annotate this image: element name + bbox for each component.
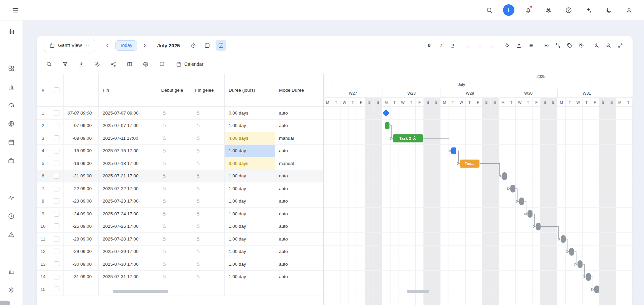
task-bar[interactable]: Task 2: [393, 134, 423, 142]
sidebar-item-logo[interactable]: [5, 26, 18, 37]
cell-fin_gelee[interactable]: [191, 182, 225, 195]
cell-debut_gele[interactable]: [157, 195, 191, 208]
zoom-out-button[interactable]: [604, 41, 613, 50]
cell-debut_gele[interactable]: [157, 208, 191, 220]
cell-duration[interactable]: 1.00 day: [225, 258, 275, 270]
table-hscrollbar-thumb[interactable]: [113, 290, 168, 293]
cell-duration[interactable]: 1.00 day: [225, 182, 275, 195]
cell-duration[interactable]: 1.00 day: [225, 220, 275, 233]
create-button[interactable]: [503, 4, 514, 16]
cell-duration-mode[interactable]: auto: [275, 170, 323, 182]
column-header-debut_gele[interactable]: Début gelé: [157, 74, 191, 106]
column-header-duree[interactable]: Durée (jours): [225, 74, 275, 106]
next-period-button[interactable]: [140, 41, 149, 50]
share-button[interactable]: [109, 59, 118, 69]
today-button[interactable]: Today: [115, 40, 137, 51]
search-button[interactable]: [483, 4, 496, 16]
cell-duration[interactable]: 1.00 day: [225, 195, 275, 208]
export-button[interactable]: [77, 59, 86, 69]
cell-end-date[interactable]: 2025-07-15 17:00: [99, 145, 157, 157]
dark-mode-button[interactable]: [602, 4, 615, 16]
task-bar[interactable]: [519, 198, 524, 205]
cell-debut_gele[interactable]: [157, 182, 191, 195]
timer-view-button[interactable]: [188, 40, 199, 51]
task-bar[interactable]: [594, 286, 599, 293]
align-center-button[interactable]: [475, 41, 485, 50]
menu-button[interactable]: [9, 4, 21, 16]
cell-debut_gele[interactable]: [157, 246, 191, 258]
italic-button[interactable]: I: [436, 41, 446, 50]
cell-start-date[interactable]: -16 09:00: [64, 157, 99, 170]
cell-duration-mode[interactable]: auto: [275, 271, 323, 283]
expand-button[interactable]: [615, 41, 625, 50]
help-button[interactable]: [562, 4, 575, 16]
column-header-start[interactable]: [64, 74, 99, 106]
cell-start-date[interactable]: 07-07 09:00: [64, 107, 99, 119]
cell-fin_gelee[interactable]: [191, 132, 225, 144]
filter-button[interactable]: [60, 59, 70, 69]
cell-debut_gele[interactable]: [157, 271, 191, 283]
cell-start-date[interactable]: -07 09:00: [64, 120, 99, 132]
cell-fin_gelee[interactable]: [191, 208, 225, 220]
task-bar[interactable]: [451, 147, 456, 154]
calendar-view-button[interactable]: [216, 40, 226, 51]
sidebar-item-projects[interactable]: [5, 155, 18, 166]
prev-period-button[interactable]: [103, 41, 112, 50]
sidebar-item-dashboard[interactable]: [5, 62, 18, 74]
cell-fin_gelee[interactable]: [191, 107, 225, 119]
view-selector-button[interactable]: Gantt View: [44, 39, 95, 52]
task-bar[interactable]: [586, 273, 591, 281]
task-bar[interactable]: Tas...: [460, 160, 479, 168]
sidebar-item-alerts[interactable]: [5, 229, 18, 240]
ai-assistant-button[interactable]: [582, 4, 595, 16]
row-checkbox[interactable]: [54, 123, 59, 128]
cell-end-date[interactable]: 2025-07-11 17:00: [99, 132, 157, 144]
cell-duration[interactable]: 1.00 day: [225, 208, 275, 220]
cell-duration[interactable]: 3.00 days: [225, 157, 275, 170]
row-checkbox[interactable]: [54, 249, 59, 254]
cell-duration[interactable]: 4.00 days: [225, 132, 275, 144]
row-checkbox[interactable]: [54, 186, 59, 191]
cell-fin_gelee[interactable]: [191, 145, 225, 157]
sidebar-item-settings[interactable]: [5, 284, 18, 296]
cell-end-date[interactable]: 2025-07-22 17:00: [99, 182, 157, 195]
cell-start-date[interactable]: -15 09:00: [64, 145, 99, 157]
account-button[interactable]: [623, 4, 635, 16]
cell-duration-mode[interactable]: auto: [275, 233, 323, 245]
fill-color-button[interactable]: [502, 41, 512, 50]
align-left-button[interactable]: [463, 41, 473, 50]
cell-duration[interactable]: 1.00 day: [225, 246, 275, 258]
cell-debut_gele[interactable]: [157, 157, 191, 170]
cell-debut_gele[interactable]: [157, 283, 191, 296]
column-header-mode[interactable]: Mode Durée: [275, 74, 323, 106]
cell-end-date[interactable]: 2025-07-07 09:00: [99, 107, 157, 119]
cell-duration-mode[interactable]: auto: [275, 145, 323, 157]
column-header-fin[interactable]: Fin: [99, 74, 157, 106]
cell-debut_gele[interactable]: [157, 170, 191, 182]
sidebar-item-global[interactable]: [5, 118, 18, 129]
cell-duration-mode[interactable]: [275, 283, 323, 296]
cell-start-date[interactable]: -30 09:00: [64, 258, 99, 270]
cell-end-date[interactable]: 2025-07-18 17:00: [99, 157, 157, 170]
column-header-fin_gelee[interactable]: Fin gelée: [191, 74, 225, 106]
cell-duration[interactable]: 1.00 day: [225, 145, 275, 157]
cell-debut_gele[interactable]: [157, 120, 191, 132]
cell-fin_gelee[interactable]: [191, 120, 225, 132]
cell-duration[interactable]: [225, 283, 275, 296]
cell-fin_gelee[interactable]: [191, 271, 225, 283]
comments-button[interactable]: [157, 59, 167, 69]
cell-start-date[interactable]: -22 09:00: [64, 182, 99, 195]
cell-duration-mode[interactable]: auto: [275, 195, 323, 208]
cell-end-date[interactable]: 2025-07-21 17:00: [99, 170, 157, 182]
cell-duration-mode[interactable]: manual: [275, 157, 323, 170]
cell-duration-mode[interactable]: manual: [275, 132, 323, 144]
cell-end-date[interactable]: 2025-07-25 17:00: [99, 220, 157, 233]
column-header-num[interactable]: #: [37, 74, 49, 106]
cell-duration-mode[interactable]: auto: [275, 208, 323, 220]
time-tracking-button[interactable]: [577, 41, 586, 50]
sidebar-item-calendar[interactable]: [5, 136, 18, 148]
row-checkbox[interactable]: [54, 148, 59, 154]
cell-start-date[interactable]: -29 09:00: [64, 246, 99, 258]
cell-fin_gelee[interactable]: [191, 233, 225, 245]
cell-start-date[interactable]: -08 09:00: [64, 132, 99, 144]
